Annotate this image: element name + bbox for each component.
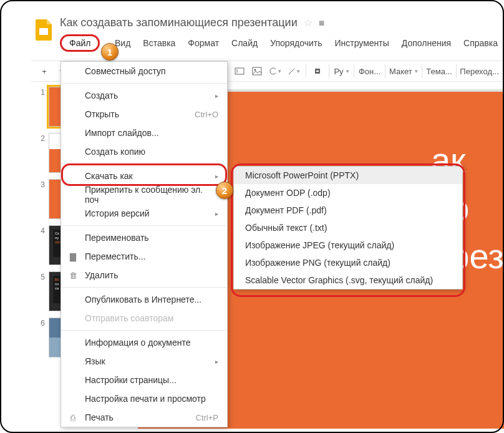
lang-button[interactable]: Ру xyxy=(332,63,351,79)
menu-tools[interactable]: Инструменты xyxy=(328,36,395,51)
menu-page-setup[interactable]: Настройки страницы... xyxy=(61,371,227,389)
file-menu: Совместный доступ Создать▸ ОткрытьCtrl+O… xyxy=(61,61,228,427)
thumb-num: 4 xyxy=(34,225,45,265)
thumb-num: 3 xyxy=(34,179,45,219)
menu-download-as[interactable]: Скачать как▸ xyxy=(61,167,227,185)
image-icon[interactable] xyxy=(249,63,265,79)
menu-print-setup[interactable]: Настройка печати и просмотр xyxy=(61,389,227,408)
transition-button[interactable]: Переход... xyxy=(460,63,499,79)
menu-file[interactable]: Файл xyxy=(60,34,100,52)
menu-arrange[interactable]: Упорядочить xyxy=(264,36,328,51)
menu-attach[interactable]: Прикрепить к сообщению эл. поч xyxy=(61,185,227,204)
svg-rect-0 xyxy=(39,28,48,35)
download-jpeg[interactable]: Изображение JPEG (текущий слайд) xyxy=(234,236,462,254)
menu-copy[interactable]: Создать копию xyxy=(61,142,227,161)
download-png[interactable]: Изображение PNG (текущий слайд) xyxy=(234,254,462,271)
menu-addons[interactable]: Дополнения xyxy=(395,36,457,51)
app-logo xyxy=(34,19,53,41)
menu-send-coauthors: Отправить соавторам xyxy=(61,309,227,328)
download-svg[interactable]: Scalable Vector Graphics (.svg, текущий … xyxy=(234,271,462,289)
svg-line-6 xyxy=(289,68,294,74)
background-button[interactable]: Фон... xyxy=(357,63,382,79)
svg-point-4 xyxy=(254,69,256,71)
star-icon[interactable]: ☆ xyxy=(304,17,313,29)
menu-insert[interactable]: Вставка xyxy=(137,36,182,51)
svg-rect-3 xyxy=(253,67,261,75)
download-pdf[interactable]: Документ PDF (.pdf) xyxy=(234,202,462,219)
textbox-icon[interactable] xyxy=(231,63,248,79)
download-txt[interactable]: Обычный текст (.txt) xyxy=(234,219,462,236)
menu-new[interactable]: Создать▸ xyxy=(61,86,227,105)
svg-rect-8 xyxy=(316,71,319,72)
comment-icon[interactable] xyxy=(309,63,326,79)
shape-icon[interactable] xyxy=(266,63,284,79)
menubar: Файл Вид Вставка Формат Слайд Упорядочит… xyxy=(60,34,504,52)
thumb-num: 5 xyxy=(34,271,45,311)
callout-2: 2 xyxy=(216,182,233,199)
menu-import[interactable]: Импорт слайдов... xyxy=(61,124,227,142)
new-slide-button[interactable]: + xyxy=(36,63,52,79)
menu-share[interactable]: Совместный доступ xyxy=(61,62,227,80)
callout-1: 1 xyxy=(101,43,119,61)
download-odp[interactable]: Документ ODP (.odp) xyxy=(234,184,462,202)
svg-rect-1 xyxy=(235,68,244,74)
download-as-submenu: Microsoft PowerPoint (PPTX) Документ ODP… xyxy=(233,166,463,289)
download-pptx[interactable]: Microsoft PowerPoint (PPTX) xyxy=(234,167,462,184)
thumb-num: 6 xyxy=(34,318,45,358)
folder-icon[interactable]: ■ xyxy=(319,17,325,29)
line-icon[interactable] xyxy=(285,63,303,79)
print-icon: ⎙ xyxy=(67,413,79,422)
doc-title[interactable]: Как создавать запоминающиеся презентации xyxy=(60,16,298,29)
menu-open[interactable]: ОткрытьCtrl+O xyxy=(61,105,227,124)
layout-button[interactable]: Макет xyxy=(389,63,419,79)
menu-print[interactable]: ⎙ПечатьCtrl+P xyxy=(61,408,227,427)
menu-publish[interactable]: Опубликовать в Интернете... xyxy=(61,290,227,309)
svg-point-5 xyxy=(270,68,276,74)
menu-move[interactable]: ▇Переместить... xyxy=(61,247,227,266)
menu-language[interactable]: Язык▸ xyxy=(61,352,227,371)
menu-doc-info[interactable]: Информация о документе xyxy=(61,333,227,352)
menu-delete[interactable]: 🗑Удалить xyxy=(61,266,227,285)
menu-format[interactable]: Формат xyxy=(182,36,225,51)
menu-rename[interactable]: Переименовать xyxy=(61,228,227,247)
thumb-num: 1 xyxy=(34,87,45,127)
theme-button[interactable]: Тема... xyxy=(425,63,453,79)
menu-help[interactable]: Справка xyxy=(457,36,504,51)
folder-icon: ▇ xyxy=(67,252,79,261)
menu-slide[interactable]: Слайд xyxy=(225,36,264,51)
menu-history[interactable]: История версий▸ xyxy=(61,204,227,223)
thumb-num: 2 xyxy=(34,133,45,173)
trash-icon: 🗑 xyxy=(67,271,79,280)
